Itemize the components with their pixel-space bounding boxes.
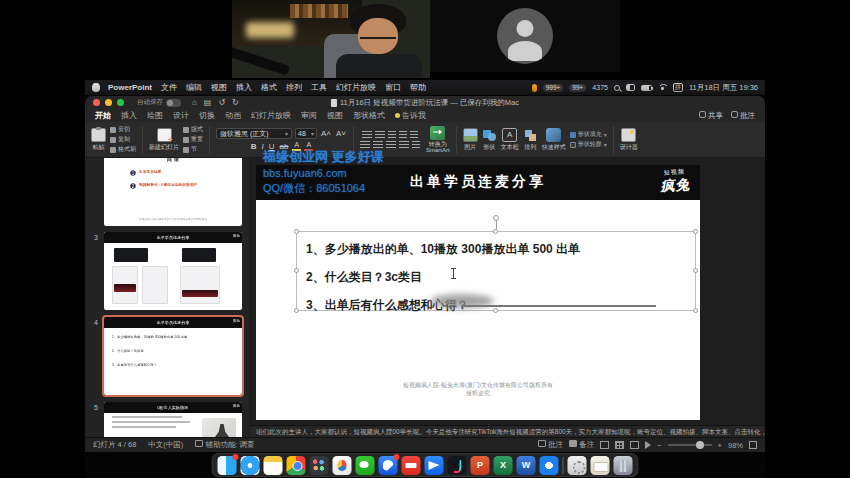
designer-button[interactable]: 设计器	[620, 128, 638, 152]
resize-handle[interactable]	[493, 229, 498, 234]
zoom-slider-thumb[interactable]	[696, 441, 704, 449]
insert-textbox-button[interactable]: A 文本框	[501, 128, 519, 152]
insert-shapes-button[interactable]: 形状	[482, 128, 497, 152]
comments-toggle[interactable]: 批注	[538, 440, 563, 450]
line-spacing-button[interactable]	[410, 131, 418, 139]
paste-button[interactable]: 粘贴	[91, 128, 106, 152]
underline-button[interactable]: U	[268, 142, 276, 151]
zoom-out-button[interactable]: −	[657, 441, 661, 450]
notification-badge-1[interactable]: 999+	[543, 84, 564, 92]
indent-increase-button[interactable]	[399, 131, 407, 139]
language-indicator[interactable]: 中文(中国)	[148, 440, 183, 450]
dock-icon-finder[interactable]	[218, 456, 237, 475]
control-center-icon[interactable]	[626, 84, 635, 91]
current-slide[interactable]: 出单学员连麦分享 短视频 疯兔	[256, 165, 700, 420]
cut-button[interactable]: 剪切	[110, 125, 136, 134]
slide-thumbnail-3[interactable]: 出单学员连麦分享疯兔	[104, 232, 242, 310]
insert-picture-button[interactable]: 图片	[463, 128, 478, 152]
apple-menu-icon[interactable]	[92, 83, 100, 92]
dock-icon-powerpoint[interactable]: P	[471, 456, 490, 475]
ribbon-tab-2[interactable]: 绘图	[147, 110, 163, 121]
copy-button[interactable]: 复制	[110, 135, 136, 144]
menu-item-9[interactable]: 帮助	[410, 82, 426, 93]
resize-handle[interactable]	[294, 308, 299, 313]
home-icon[interactable]: ⌂	[192, 98, 197, 107]
zoom-percentage[interactable]: 98%	[728, 441, 743, 450]
align-left-button[interactable]	[360, 141, 370, 149]
slide-thumbnail-panel[interactable]: 目 录1出单学员连麦2视频解释法：0播放与电商权重维护短视频疯人院-短兔出海(厦…	[85, 158, 250, 437]
rotate-handle[interactable]	[493, 215, 499, 221]
slideshow-button[interactable]	[645, 441, 651, 449]
resize-handle[interactable]	[693, 229, 698, 234]
resize-handle[interactable]	[294, 268, 299, 273]
tellme-entry[interactable]: 告诉我	[395, 110, 426, 121]
zoom-in-button[interactable]: +	[718, 441, 722, 450]
slide-thumbnail-4[interactable]: 出单学员连麦分享疯兔1、多少播放出的单、10播放 300播放出单 500 出单2…	[104, 317, 242, 395]
dock-icon-excel[interactable]: X	[494, 456, 513, 475]
autosave-toggle[interactable]	[166, 99, 181, 107]
menu-item-8[interactable]: 窗口	[385, 82, 401, 93]
notification-badge-2[interactable]: 99+	[569, 84, 586, 92]
font-name-select[interactable]: 微软雅黑 (正文)▾	[216, 128, 292, 139]
slide-sorter-view-button[interactable]	[615, 441, 624, 449]
comments-button[interactable]: 批注	[731, 111, 755, 121]
italic-button[interactable]: I	[260, 142, 264, 151]
shape-outline-button[interactable]: 形状轮廓▾	[570, 140, 607, 149]
resize-handle[interactable]	[294, 229, 299, 234]
dock-icon-chrome[interactable]	[287, 456, 306, 475]
menu-bar-clock[interactable]: 11月18日 周五 19:36	[689, 83, 758, 93]
section-button[interactable]: 节	[183, 145, 203, 154]
ribbon-tab-8[interactable]: 视图	[327, 110, 343, 121]
menu-item-0[interactable]: 文件	[161, 82, 177, 93]
slide-bullet-2[interactable]: 2、什么类目？3c类目	[306, 263, 686, 291]
dock-icon-douyin[interactable]	[448, 456, 467, 475]
autosave-control[interactable]: 自动保存	[137, 98, 181, 107]
menu-item-3[interactable]: 插入	[236, 82, 252, 93]
bullets-button[interactable]	[362, 131, 372, 139]
dock-icon-baidu-netdisk[interactable]	[333, 456, 352, 475]
ribbon-tab-9[interactable]: 形状格式	[353, 110, 385, 121]
dock-icon-blue-browser[interactable]	[540, 456, 559, 475]
dock-icon-wechat[interactable]	[356, 456, 375, 475]
battery-icon[interactable]	[641, 85, 652, 91]
close-window-button[interactable]	[93, 99, 100, 106]
dock-icon-paper-plane-app[interactable]	[425, 456, 444, 475]
share-button[interactable]: 共享	[699, 111, 723, 121]
undo-icon[interactable]: ↺	[218, 98, 225, 107]
menu-item-6[interactable]: 工具	[311, 82, 327, 93]
input-method-icon[interactable]: 拼	[673, 83, 683, 92]
accessibility-status[interactable]: 辅助功能: 调查	[195, 440, 254, 450]
save-icon[interactable]: ▤	[204, 98, 212, 107]
minimize-window-button[interactable]	[105, 99, 112, 106]
grow-font-button[interactable]: A˄	[320, 129, 332, 138]
resize-handle[interactable]	[693, 268, 698, 273]
menu-app-name[interactable]: PowerPoint	[108, 83, 152, 92]
font-color-button[interactable]: A	[304, 141, 313, 151]
dock-icon-launchpad[interactable]	[310, 456, 329, 475]
resize-handle[interactable]	[693, 308, 698, 313]
menu-item-5[interactable]: 排列	[286, 82, 302, 93]
align-center-button[interactable]	[373, 141, 383, 149]
slide-bullet-1[interactable]: 1、多少播放出的单、10播放 300播放出单 500 出单	[306, 235, 686, 263]
shape-fill-button[interactable]: 形状填充▾	[570, 130, 607, 139]
align-right-button[interactable]	[386, 141, 396, 149]
fit-slide-icon[interactable]	[749, 441, 757, 449]
redo-icon[interactable]: ↻	[232, 98, 239, 107]
reading-view-button[interactable]	[630, 441, 639, 449]
slide-thumbnail-2[interactable]: 目 录1出单学员连麦2视频解释法：0播放与电商权重维护短视频疯人院-短兔出海(厦…	[104, 158, 242, 226]
font-size-select[interactable]: 48▾	[295, 128, 317, 139]
notes-toggle[interactable]: 备注	[569, 440, 594, 450]
dock-icon-quark-browser[interactable]	[379, 456, 398, 475]
justify-button[interactable]	[399, 141, 409, 149]
zoom-slider[interactable]	[668, 444, 712, 446]
columns-button[interactable]	[412, 141, 420, 149]
menu-item-1[interactable]: 编辑	[186, 82, 202, 93]
wifi-icon[interactable]	[658, 84, 667, 91]
normal-view-button[interactable]	[600, 441, 609, 449]
reset-button[interactable]: 重置	[183, 135, 203, 144]
indent-decrease-button[interactable]	[388, 131, 396, 139]
ribbon-tab-6[interactable]: 幻灯片放映	[251, 110, 291, 121]
ribbon-tab-1[interactable]: 插入	[121, 110, 137, 121]
ribbon-tab-0[interactable]: 开始	[95, 110, 111, 121]
ribbon-tab-5[interactable]: 动画	[225, 110, 241, 121]
